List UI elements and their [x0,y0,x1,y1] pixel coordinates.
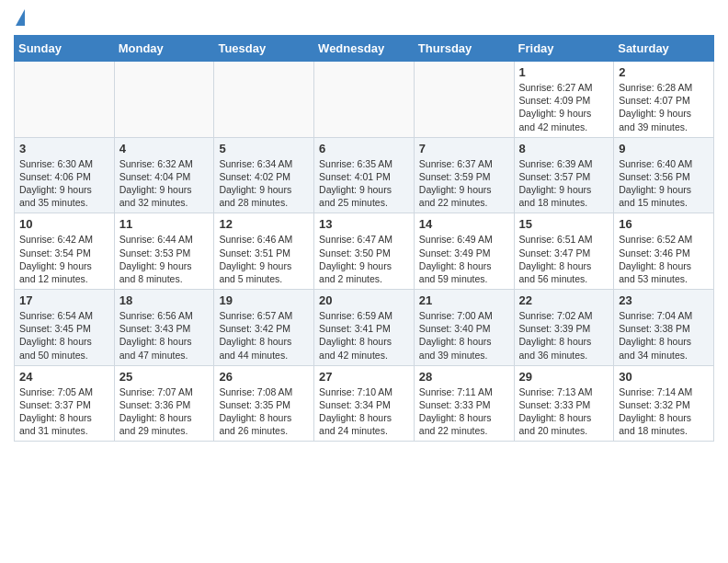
day-number: 28 [419,370,509,384]
calendar-cell [414,62,514,138]
header-cell-wednesday: Wednesday [314,36,415,62]
day-number: 6 [319,142,409,155]
day-info: Sunrise: 6:30 AMSunset: 4:06 PMDaylight:… [19,157,109,210]
day-number: 13 [319,217,409,231]
calendar-cell: 21Sunrise: 7:00 AMSunset: 3:40 PMDayligh… [414,290,514,366]
day-info: Sunrise: 6:46 AMSunset: 3:51 PMDaylight:… [219,233,309,285]
calendar-cell: 30Sunrise: 7:14 AMSunset: 3:32 PMDayligh… [614,365,714,442]
day-info: Sunrise: 6:54 AMSunset: 3:45 PMDaylight:… [19,309,109,362]
calendar-cell [114,62,214,138]
day-number: 3 [19,142,109,155]
day-info: Sunrise: 6:57 AMSunset: 3:42 PMDaylight:… [219,309,309,362]
day-info: Sunrise: 6:47 AMSunset: 3:50 PMDaylight:… [319,233,409,285]
calendar-cell: 13Sunrise: 6:47 AMSunset: 3:50 PMDayligh… [314,213,415,290]
calendar-cell: 2Sunrise: 6:28 AMSunset: 4:07 PMDaylight… [614,62,714,138]
calendar-cell: 6Sunrise: 6:35 AMSunset: 4:01 PMDaylight… [314,137,415,213]
calendar-cell: 17Sunrise: 6:54 AMSunset: 3:45 PMDayligh… [15,290,115,366]
calendar-table: SundayMondayTuesdayWednesdayThursdayFrid… [14,35,714,442]
calendar-cell: 10Sunrise: 6:42 AMSunset: 3:54 PMDayligh… [15,213,115,290]
week-row-1: 1Sunrise: 6:27 AMSunset: 4:09 PMDaylight… [15,62,714,138]
day-info: Sunrise: 7:02 AMSunset: 3:39 PMDaylight:… [519,309,609,362]
calendar-cell: 1Sunrise: 6:27 AMSunset: 4:09 PMDaylight… [514,62,614,138]
day-info: Sunrise: 7:14 AMSunset: 3:32 PMDaylight:… [619,385,709,438]
day-info: Sunrise: 7:07 AMSunset: 3:36 PMDaylight:… [119,385,210,438]
calendar-cell: 26Sunrise: 7:08 AMSunset: 3:35 PMDayligh… [214,365,314,442]
day-info: Sunrise: 7:11 AMSunset: 3:33 PMDaylight:… [419,385,509,438]
day-info: Sunrise: 7:10 AMSunset: 3:34 PMDaylight:… [319,385,409,438]
week-row-5: 24Sunrise: 7:05 AMSunset: 3:37 PMDayligh… [15,365,714,442]
day-number: 12 [219,217,309,231]
calendar-cell: 28Sunrise: 7:11 AMSunset: 3:33 PMDayligh… [414,365,514,442]
header-cell-friday: Friday [514,36,614,62]
calendar-cell: 24Sunrise: 7:05 AMSunset: 3:37 PMDayligh… [15,365,115,442]
day-info: Sunrise: 7:00 AMSunset: 3:40 PMDaylight:… [419,309,509,362]
day-info: Sunrise: 6:56 AMSunset: 3:43 PMDaylight:… [119,309,210,362]
calendar-cell: 18Sunrise: 6:56 AMSunset: 3:43 PMDayligh… [114,290,214,366]
day-number: 15 [519,217,609,231]
day-number: 17 [19,293,109,307]
logo [14,9,25,28]
calendar-cell: 9Sunrise: 6:40 AMSunset: 3:56 PMDaylight… [614,137,714,213]
day-info: Sunrise: 6:35 AMSunset: 4:01 PMDaylight:… [319,157,409,210]
calendar-cell: 4Sunrise: 6:32 AMSunset: 4:04 PMDaylight… [114,137,214,213]
calendar-cell: 12Sunrise: 6:46 AMSunset: 3:51 PMDayligh… [214,213,314,290]
calendar-cell: 14Sunrise: 6:49 AMSunset: 3:49 PMDayligh… [414,213,514,290]
day-number: 2 [619,65,709,79]
day-number: 16 [619,217,709,231]
header-cell-thursday: Thursday [414,36,514,62]
header-row: SundayMondayTuesdayWednesdayThursdayFrid… [15,36,714,62]
day-number: 8 [519,142,609,155]
header-cell-saturday: Saturday [614,36,714,62]
day-info: Sunrise: 7:04 AMSunset: 3:38 PMDaylight:… [619,309,709,362]
calendar-cell: 15Sunrise: 6:51 AMSunset: 3:47 PMDayligh… [514,213,614,290]
header-cell-sunday: Sunday [15,36,115,62]
calendar-cell: 11Sunrise: 6:44 AMSunset: 3:53 PMDayligh… [114,213,214,290]
day-info: Sunrise: 6:39 AMSunset: 3:57 PMDaylight:… [519,157,609,210]
day-number: 20 [319,293,409,307]
day-number: 1 [519,65,609,79]
day-number: 7 [419,142,509,155]
day-number: 22 [519,293,609,307]
day-number: 10 [19,217,109,231]
day-info: Sunrise: 6:40 AMSunset: 3:56 PMDaylight:… [619,157,709,210]
calendar-cell: 27Sunrise: 7:10 AMSunset: 3:34 PMDayligh… [314,365,415,442]
day-info: Sunrise: 6:51 AMSunset: 3:47 PMDaylight:… [519,233,609,285]
header-cell-monday: Monday [114,36,214,62]
day-info: Sunrise: 6:37 AMSunset: 3:59 PMDaylight:… [419,157,509,210]
calendar-cell: 25Sunrise: 7:07 AMSunset: 3:36 PMDayligh… [114,365,214,442]
calendar-header: SundayMondayTuesdayWednesdayThursdayFrid… [15,36,714,62]
calendar-cell: 5Sunrise: 6:34 AMSunset: 4:02 PMDaylight… [214,137,314,213]
week-row-3: 10Sunrise: 6:42 AMSunset: 3:54 PMDayligh… [15,213,714,290]
calendar-cell [214,62,314,138]
day-number: 18 [119,293,210,307]
day-info: Sunrise: 6:44 AMSunset: 3:53 PMDaylight:… [119,233,210,285]
page-header [14,9,714,28]
day-info: Sunrise: 6:42 AMSunset: 3:54 PMDaylight:… [19,233,109,285]
calendar-cell: 16Sunrise: 6:52 AMSunset: 3:46 PMDayligh… [614,213,714,290]
header-cell-tuesday: Tuesday [214,36,314,62]
calendar-cell: 29Sunrise: 7:13 AMSunset: 3:33 PMDayligh… [514,365,614,442]
day-info: Sunrise: 6:27 AMSunset: 4:09 PMDaylight:… [519,81,609,133]
day-info: Sunrise: 7:08 AMSunset: 3:35 PMDaylight:… [219,385,309,438]
day-info: Sunrise: 6:28 AMSunset: 4:07 PMDaylight:… [619,81,709,133]
day-info: Sunrise: 6:32 AMSunset: 4:04 PMDaylight:… [119,157,210,210]
calendar-cell: 20Sunrise: 6:59 AMSunset: 3:41 PMDayligh… [314,290,415,366]
day-number: 21 [419,293,509,307]
calendar-cell: 19Sunrise: 6:57 AMSunset: 3:42 PMDayligh… [214,290,314,366]
day-number: 26 [219,370,309,384]
day-number: 9 [619,142,709,155]
day-number: 19 [219,293,309,307]
day-info: Sunrise: 6:49 AMSunset: 3:49 PMDaylight:… [419,233,509,285]
day-number: 30 [619,370,709,384]
day-info: Sunrise: 7:13 AMSunset: 3:33 PMDaylight:… [519,385,609,438]
calendar-cell: 22Sunrise: 7:02 AMSunset: 3:39 PMDayligh… [514,290,614,366]
day-number: 25 [119,370,210,384]
page-container: SundayMondayTuesdayWednesdayThursdayFrid… [0,0,728,451]
calendar-body: 1Sunrise: 6:27 AMSunset: 4:09 PMDaylight… [15,62,714,442]
day-number: 27 [319,370,409,384]
day-number: 24 [19,370,109,384]
calendar-cell: 23Sunrise: 7:04 AMSunset: 3:38 PMDayligh… [614,290,714,366]
day-number: 11 [119,217,210,231]
day-info: Sunrise: 7:05 AMSunset: 3:37 PMDaylight:… [19,385,109,438]
day-number: 23 [619,293,709,307]
